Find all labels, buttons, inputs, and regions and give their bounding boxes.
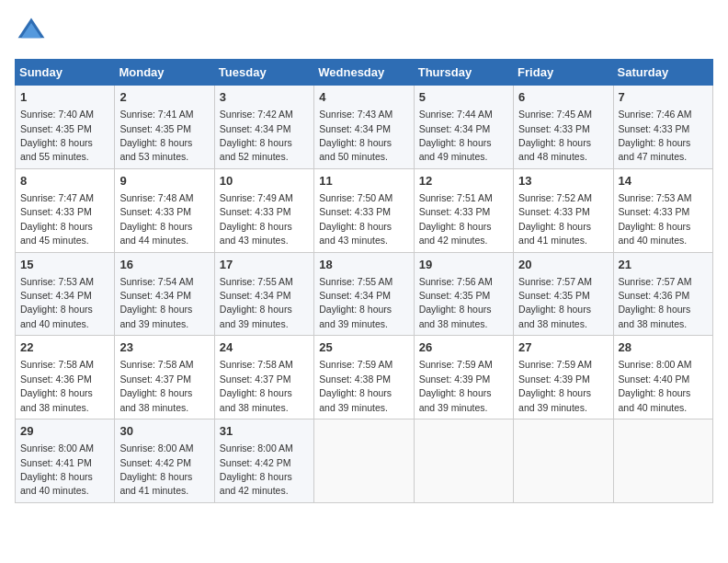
calendar-cell: 25 Sunrise: 7:59 AMSunset: 4:38 PMDaylig… xyxy=(314,336,414,419)
day-info: Sunrise: 7:55 AMSunset: 4:34 PMDaylight:… xyxy=(220,276,293,329)
calendar-cell: 14 Sunrise: 7:53 AMSunset: 4:33 PMDaylig… xyxy=(613,168,712,252)
calendar-cell: 17 Sunrise: 7:55 AMSunset: 4:34 PMDaylig… xyxy=(214,252,313,336)
calendar-cell: 18 Sunrise: 7:55 AMSunset: 4:34 PMDaylig… xyxy=(314,252,414,336)
calendar-cell: 5 Sunrise: 7:44 AMSunset: 4:34 PMDayligh… xyxy=(414,86,513,169)
day-info: Sunrise: 7:49 AMSunset: 4:33 PMDaylight:… xyxy=(220,192,293,246)
day-number: 5 xyxy=(419,89,508,106)
calendar-cell: 15 Sunrise: 7:53 AMSunset: 4:34 PMDaylig… xyxy=(16,252,115,336)
calendar-cell: 1 Sunrise: 7:40 AMSunset: 4:35 PMDayligh… xyxy=(16,86,115,169)
calendar-week-3: 15 Sunrise: 7:53 AMSunset: 4:34 PMDaylig… xyxy=(16,252,713,336)
calendar-cell: 31 Sunrise: 8:00 AMSunset: 4:42 PMDaylig… xyxy=(214,419,313,503)
day-info: Sunrise: 7:46 AMSunset: 4:33 PMDaylight:… xyxy=(619,109,692,162)
day-info: Sunrise: 7:41 AMSunset: 4:35 PMDaylight:… xyxy=(119,109,193,162)
day-number: 10 xyxy=(220,173,309,190)
calendar-header-thursday: Thursday xyxy=(414,60,513,86)
calendar-cell: 29 Sunrise: 8:00 AMSunset: 4:41 PMDaylig… xyxy=(16,419,115,503)
day-number: 7 xyxy=(619,89,708,106)
page-header xyxy=(15,15,713,48)
day-info: Sunrise: 7:47 AMSunset: 4:33 PMDaylight:… xyxy=(20,192,94,246)
day-info: Sunrise: 7:50 AMSunset: 4:33 PMDaylight:… xyxy=(319,192,392,246)
calendar-cell: 28 Sunrise: 8:00 AMSunset: 4:40 PMDaylig… xyxy=(613,336,712,419)
calendar-cell: 3 Sunrise: 7:42 AMSunset: 4:34 PMDayligh… xyxy=(214,86,313,169)
day-number: 8 xyxy=(20,173,109,190)
day-info: Sunrise: 7:54 AMSunset: 4:34 PMDaylight:… xyxy=(119,276,193,329)
calendar-cell xyxy=(514,419,613,503)
day-info: Sunrise: 7:58 AMSunset: 4:37 PMDaylight:… xyxy=(119,359,193,412)
logo xyxy=(15,15,53,48)
day-number: 18 xyxy=(319,257,408,273)
calendar-cell: 19 Sunrise: 7:56 AMSunset: 4:35 PMDaylig… xyxy=(414,252,513,336)
calendar-cell: 21 Sunrise: 7:57 AMSunset: 4:36 PMDaylig… xyxy=(613,252,712,336)
day-number: 17 xyxy=(220,257,309,273)
calendar-cell: 7 Sunrise: 7:46 AMSunset: 4:33 PMDayligh… xyxy=(613,86,712,169)
day-number: 25 xyxy=(319,339,408,356)
day-info: Sunrise: 8:00 AMSunset: 4:42 PMDaylight:… xyxy=(119,442,193,496)
day-info: Sunrise: 7:56 AMSunset: 4:35 PMDaylight:… xyxy=(419,276,493,329)
calendar-header-friday: Friday xyxy=(514,60,613,86)
day-info: Sunrise: 7:40 AMSunset: 4:35 PMDaylight:… xyxy=(20,109,94,162)
day-number: 21 xyxy=(619,257,708,273)
logo-icon xyxy=(15,15,48,48)
calendar-cell xyxy=(613,419,712,503)
day-number: 23 xyxy=(119,339,209,356)
calendar-cell xyxy=(314,419,414,503)
calendar-cell: 23 Sunrise: 7:58 AMSunset: 4:37 PMDaylig… xyxy=(115,336,214,419)
day-info: Sunrise: 7:43 AMSunset: 4:34 PMDaylight:… xyxy=(319,109,392,162)
day-number: 4 xyxy=(319,89,408,106)
day-info: Sunrise: 7:58 AMSunset: 4:36 PMDaylight:… xyxy=(20,359,94,412)
day-number: 14 xyxy=(619,173,708,190)
day-info: Sunrise: 7:53 AMSunset: 4:33 PMDaylight:… xyxy=(619,192,692,246)
day-number: 15 xyxy=(20,257,109,273)
day-number: 20 xyxy=(518,257,608,273)
day-number: 26 xyxy=(419,339,508,356)
day-info: Sunrise: 8:00 AMSunset: 4:40 PMDaylight:… xyxy=(619,359,692,412)
day-info: Sunrise: 8:00 AMSunset: 4:41 PMDaylight:… xyxy=(20,442,94,496)
calendar-cell: 16 Sunrise: 7:54 AMSunset: 4:34 PMDaylig… xyxy=(115,252,214,336)
day-info: Sunrise: 7:52 AMSunset: 4:33 PMDaylight:… xyxy=(518,192,592,246)
day-number: 28 xyxy=(619,339,708,356)
calendar-cell: 22 Sunrise: 7:58 AMSunset: 4:36 PMDaylig… xyxy=(16,336,115,419)
day-info: Sunrise: 7:57 AMSunset: 4:36 PMDaylight:… xyxy=(619,276,692,329)
day-info: Sunrise: 7:57 AMSunset: 4:35 PMDaylight:… xyxy=(518,276,592,329)
day-info: Sunrise: 7:45 AMSunset: 4:33 PMDaylight:… xyxy=(518,109,592,162)
day-number: 19 xyxy=(419,257,508,273)
day-info: Sunrise: 7:55 AMSunset: 4:34 PMDaylight:… xyxy=(319,276,392,329)
calendar-cell: 20 Sunrise: 7:57 AMSunset: 4:35 PMDaylig… xyxy=(514,252,613,336)
calendar-cell: 13 Sunrise: 7:52 AMSunset: 4:33 PMDaylig… xyxy=(514,168,613,252)
calendar-header-row: SundayMondayTuesdayWednesdayThursdayFrid… xyxy=(16,60,713,86)
calendar-cell: 6 Sunrise: 7:45 AMSunset: 4:33 PMDayligh… xyxy=(514,86,613,169)
calendar-week-2: 8 Sunrise: 7:47 AMSunset: 4:33 PMDayligh… xyxy=(16,168,713,252)
day-number: 3 xyxy=(220,89,309,106)
day-number: 1 xyxy=(20,89,109,106)
day-info: Sunrise: 7:51 AMSunset: 4:33 PMDaylight:… xyxy=(419,192,493,246)
calendar-cell: 9 Sunrise: 7:48 AMSunset: 4:33 PMDayligh… xyxy=(115,168,214,252)
day-info: Sunrise: 8:00 AMSunset: 4:42 PMDaylight:… xyxy=(220,442,293,496)
calendar-week-5: 29 Sunrise: 8:00 AMSunset: 4:41 PMDaylig… xyxy=(16,419,713,503)
day-info: Sunrise: 7:59 AMSunset: 4:38 PMDaylight:… xyxy=(319,359,392,412)
calendar-header-saturday: Saturday xyxy=(613,60,712,86)
day-number: 31 xyxy=(220,423,309,440)
calendar-cell: 26 Sunrise: 7:59 AMSunset: 4:39 PMDaylig… xyxy=(414,336,513,419)
calendar-cell: 27 Sunrise: 7:59 AMSunset: 4:39 PMDaylig… xyxy=(514,336,613,419)
day-number: 11 xyxy=(319,173,408,190)
calendar-cell: 11 Sunrise: 7:50 AMSunset: 4:33 PMDaylig… xyxy=(314,168,414,252)
day-info: Sunrise: 7:53 AMSunset: 4:34 PMDaylight:… xyxy=(20,276,94,329)
calendar-header-tuesday: Tuesday xyxy=(214,60,313,86)
day-number: 2 xyxy=(119,89,209,106)
day-number: 30 xyxy=(119,423,209,440)
day-number: 12 xyxy=(419,173,508,190)
calendar-header-monday: Monday xyxy=(115,60,214,86)
day-info: Sunrise: 7:48 AMSunset: 4:33 PMDaylight:… xyxy=(119,192,193,246)
calendar-table: SundayMondayTuesdayWednesdayThursdayFrid… xyxy=(15,59,713,503)
day-number: 6 xyxy=(518,89,608,106)
calendar-header-sunday: Sunday xyxy=(16,60,115,86)
calendar-cell: 4 Sunrise: 7:43 AMSunset: 4:34 PMDayligh… xyxy=(314,86,414,169)
day-info: Sunrise: 7:59 AMSunset: 4:39 PMDaylight:… xyxy=(518,359,592,412)
calendar-cell: 24 Sunrise: 7:58 AMSunset: 4:37 PMDaylig… xyxy=(214,336,313,419)
day-number: 22 xyxy=(20,339,109,356)
day-number: 9 xyxy=(119,173,209,190)
calendar-week-1: 1 Sunrise: 7:40 AMSunset: 4:35 PMDayligh… xyxy=(16,86,713,169)
calendar-cell: 8 Sunrise: 7:47 AMSunset: 4:33 PMDayligh… xyxy=(16,168,115,252)
day-info: Sunrise: 7:58 AMSunset: 4:37 PMDaylight:… xyxy=(220,359,293,412)
day-info: Sunrise: 7:42 AMSunset: 4:34 PMDaylight:… xyxy=(220,109,293,162)
